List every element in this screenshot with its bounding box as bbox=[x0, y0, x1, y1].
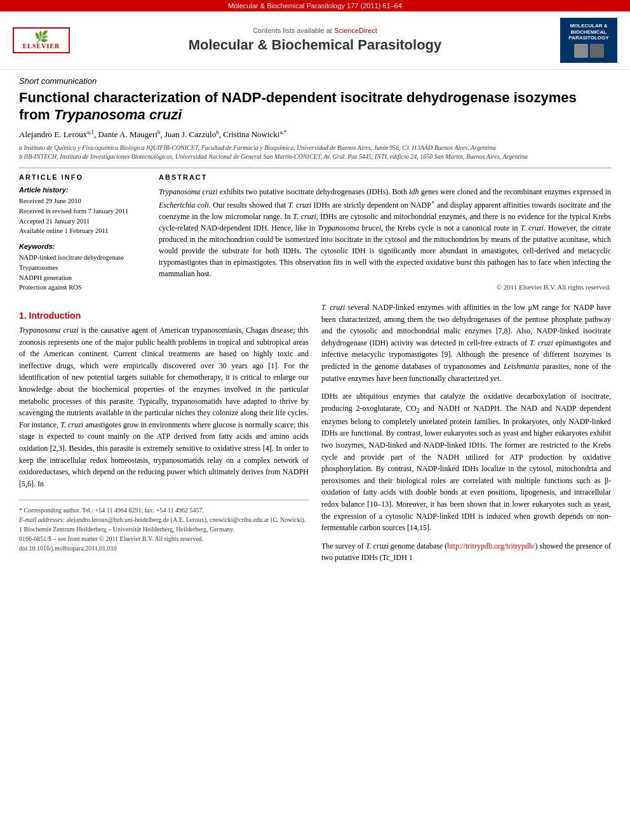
introduction-section: 1. Introduction Trypanosoma cruzi is the… bbox=[19, 310, 309, 490]
footnote-doi-line: 0166-6851/$ – see front matter © 2011 El… bbox=[19, 534, 309, 543]
footnote-email: E-mail addresses: alejandro.leroux@bzh.u… bbox=[19, 515, 309, 524]
footnote-affiliation1: 1 Biochemie Zentrum Heilderberg – Univer… bbox=[19, 524, 309, 534]
journal-logo-images bbox=[564, 44, 613, 58]
body-right-column: T. cruzi several NADP-linked enzymes wit… bbox=[321, 302, 611, 564]
page: Molecular & Biochemical Parasitology 177… bbox=[0, 0, 630, 840]
footnote-corresponding: * Corresponding author. Tel.: +54 11 496… bbox=[19, 505, 309, 515]
journal-title: Molecular & Biochemical Parasitology bbox=[83, 37, 547, 53]
journal-title-area: Contents lists available at ScienceDirec… bbox=[70, 27, 560, 53]
journal-masthead: 🌿 ELSEVIER Contents lists available at S… bbox=[0, 11, 630, 70]
affiliation-a: a Instituto de Química y Fisicoquímica B… bbox=[19, 143, 611, 152]
journal-volume-info: Molecular & Biochemical Parasitology 177… bbox=[228, 2, 402, 10]
keyword-4: Protection against ROS bbox=[19, 283, 146, 293]
received-date: Received 29 June 2010 bbox=[19, 196, 146, 206]
available-date: Available online 1 February 2011 bbox=[19, 226, 146, 236]
revised-date: Received in revised form 7 January 2011 bbox=[19, 206, 146, 217]
affiliations: a Instituto de Química y Fisicoquímica B… bbox=[19, 143, 611, 161]
intro-paragraph-1: Trypanosoma cruzi is the causative agent… bbox=[19, 324, 309, 490]
affiliation-b: b IIB-INTECH, Instituto de Investigacion… bbox=[19, 152, 611, 161]
footnotes: * Corresponding author. Tel.: +54 11 496… bbox=[19, 500, 309, 553]
article-title-italic: Trypanosoma cruzi bbox=[54, 107, 182, 123]
journal-logo: MOLECULAR & BIOCHEMICAL PARASITOLOGY bbox=[560, 18, 617, 63]
sciencedirect-link-text[interactable]: ScienceDirect bbox=[334, 27, 377, 34]
journal-header-bar: Molecular & Biochemical Parasitology 177… bbox=[0, 0, 630, 11]
article-content: Short communication Functional character… bbox=[0, 70, 630, 577]
keywords-label: Keywords: bbox=[19, 243, 146, 250]
abstract-header: ABSTRACT bbox=[159, 173, 611, 181]
intro-paragraph-3: IDHs are ubiquitous enzymes that catalyz… bbox=[321, 390, 611, 533]
author-list: Alejandro E. Lerouxa,1, Dante A. Maugeri… bbox=[19, 129, 611, 140]
abstract-body: Trypanosoma cruzi exhibits two putative … bbox=[159, 186, 611, 279]
introduction-title: 1. Introduction bbox=[19, 310, 309, 321]
journal-logo-box: MOLECULAR & BIOCHEMICAL PARASITOLOGY bbox=[560, 18, 617, 63]
keyword-2: Trypanosomes bbox=[19, 263, 146, 273]
elsevier-logo: 🌿 ELSEVIER bbox=[13, 27, 70, 53]
article-type-label: Short communication bbox=[19, 76, 611, 86]
intro-paragraph-4: The survey of T. cruzi genome database (… bbox=[321, 540, 611, 564]
footnote-doi: doi:10.1016/j.molbiopara.2011.01.010 bbox=[19, 543, 309, 553]
article-info-header: ARTICLE INFO bbox=[19, 173, 146, 181]
body-left-column: 1. Introduction Trypanosoma cruzi is the… bbox=[19, 302, 309, 564]
header-divider bbox=[19, 168, 611, 168]
intro-paragraph-2: T. cruzi several NADP-linked enzymes wit… bbox=[321, 302, 611, 384]
article-info-column: ARTICLE INFO Article history: Received 2… bbox=[19, 173, 146, 293]
article-title: Functional characterization of NADP-depe… bbox=[19, 89, 611, 124]
abstract-column: ABSTRACT Trypanosoma cruzi exhibits two … bbox=[159, 173, 611, 293]
elsevier-wordmark: ELSEVIER bbox=[18, 43, 65, 50]
keyword-3: NADPH generation bbox=[19, 273, 146, 283]
body-content: 1. Introduction Trypanosoma cruzi is the… bbox=[19, 302, 611, 564]
copyright-notice: © 2011 Elsevier B.V. All rights reserved… bbox=[159, 283, 611, 291]
history-label: Article history: bbox=[19, 186, 146, 194]
keyword-1: NADP-linked isocitrate dehydrogenase bbox=[19, 253, 146, 263]
sciencedirect-notice: Contents lists available at ScienceDirec… bbox=[83, 27, 547, 34]
accepted-date: Accepted 21 January 2011 bbox=[19, 217, 146, 227]
journal-logo-title: MOLECULAR & BIOCHEMICAL PARASITOLOGY bbox=[564, 23, 613, 41]
article-info-abstract: ARTICLE INFO Article history: Received 2… bbox=[19, 173, 611, 293]
